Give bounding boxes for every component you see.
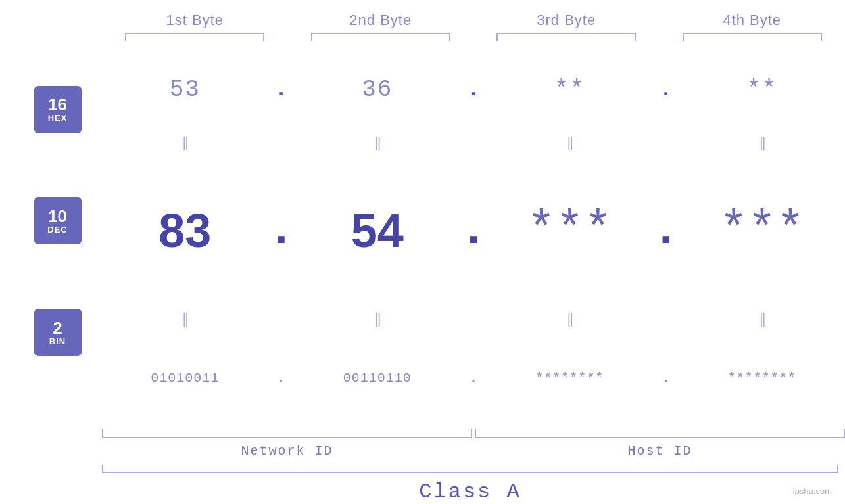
hex-b1-value: 53 [170,76,201,103]
bin-badge: 2 BIN [34,309,82,356]
dec-badge-number: 10 [48,208,67,225]
header-byte2: 2nd Byte [288,12,474,29]
hex-b3-value: ** [554,76,585,103]
eq2-b1: || [102,310,268,327]
bin-dot1: . [268,371,295,386]
hex-dot1: . [268,78,295,102]
bin-b4-value: ******** [728,371,796,386]
bin-dot3: . [653,371,679,386]
dec-b1-cell: 83 [102,204,268,258]
dec-b3-cell: *** [487,204,653,258]
network-bracket-line [102,429,472,438]
byte-headers: 1st Byte 2nd Byte 3rd Byte 4th Byte [0,0,845,29]
value-grid: 53 . 36 . ** . ** || || [102,47,845,428]
network-id-label: Network ID [102,444,472,459]
class-label: Class A [102,480,838,504]
bin-dot2: . [460,371,487,386]
hex-dot2: . [460,78,487,102]
dec-b4-value: *** [719,204,805,258]
content-area: 16 HEX 10 DEC 2 BIN 53 . 36 [0,47,845,428]
hex-b2-cell: 36 [295,76,461,103]
top-brackets [0,33,845,41]
host-bracket-line [475,429,845,438]
class-bracket-line [102,465,838,473]
eq1-b2: || [295,134,461,151]
dec-row: 83 . 54 . *** . *** [102,153,845,308]
dec-b1-value: 83 [158,204,211,258]
hex-row: 53 . 36 . ** . ** [102,47,845,132]
dec-badge-label: DEC [47,225,67,235]
eq2-b4: || [679,310,846,327]
watermark: ipshu.com [793,486,832,496]
hex-badge: 16 HEX [34,86,82,133]
bin-badge-number: 2 [53,319,62,336]
eq2-b3: || [487,310,653,327]
dec-b3-value: *** [527,204,612,258]
dec-b4-cell: *** [679,204,846,258]
host-id-label: Host ID [475,444,845,459]
bin-badge-label: BIN [49,336,66,346]
id-labels: Network ID Host ID [102,444,845,459]
bracket-b2 [288,33,474,41]
class-section: Class A [0,465,845,504]
main-container: 1st Byte 2nd Byte 3rd Byte 4th Byte 16 H… [0,0,845,504]
dec-dot3: . [653,204,679,258]
hex-b3-cell: ** [487,76,653,103]
bracket-b4 [660,33,846,41]
bin-b4-cell: ******** [679,371,846,386]
header-byte1: 1st Byte [102,12,288,29]
bin-b2-value: 00110110 [343,371,412,386]
hex-dot3: . [653,78,679,102]
dec-dot1: . [268,204,295,258]
bin-b2-cell: 00110110 [295,371,461,386]
equals-row-1: || || || || [102,132,845,153]
bottom-bracket-container [102,429,845,438]
dec-dot2: . [460,204,487,258]
header-byte4: 4th Byte [660,12,846,29]
bin-b1-cell: 01010011 [102,371,268,386]
bin-b3-value: ******** [535,371,604,386]
hex-b2-value: 36 [362,76,393,103]
eq1-b1: || [102,134,268,151]
eq2-b2: || [295,310,461,327]
bin-b3-cell: ******** [487,371,653,386]
hex-badge-label: HEX [48,113,68,123]
dec-b2-value: 54 [351,204,404,258]
equals-row-2: || || || || [102,308,845,329]
dec-badge: 10 DEC [34,197,82,244]
eq1-b4: || [679,134,846,151]
badges-column: 16 HEX 10 DEC 2 BIN [0,47,102,428]
header-byte3: 3rd Byte [473,12,660,29]
bottom-id-section: Network ID Host ID [0,429,845,459]
hex-b4-value: ** [746,76,777,103]
bracket-b1 [102,33,288,41]
bin-b1-value: 01010011 [151,371,219,386]
hex-badge-number: 16 [48,96,67,113]
hex-b1-cell: 53 [102,76,268,103]
dec-b2-cell: 54 [295,204,461,258]
eq1-b3: || [487,134,653,151]
hex-b4-cell: ** [679,76,846,103]
bin-row: 01010011 . 00110110 . ******** . *******… [102,329,845,428]
bracket-b3 [473,33,660,41]
